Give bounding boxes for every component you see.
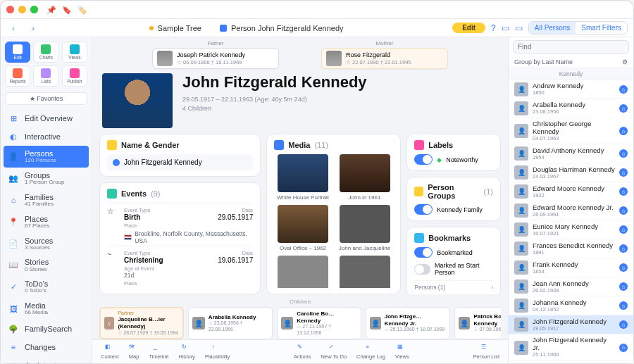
mode-lists[interactable]: Lists — [33, 65, 58, 87]
close-window[interactable] — [6, 6, 14, 13]
bottom-change-log[interactable]: ≡Change Log — [356, 344, 385, 360]
noteworthy-toggle[interactable] — [414, 154, 433, 165]
child-card[interactable]: 👤Patrick Bouvier Kennedy☆ 07.08.1963 † 0… — [454, 307, 501, 339]
hero-photo[interactable] — [102, 73, 173, 128]
mother-card[interactable]: Rose Fitzgerald ☆ 22.07.1890 † 22.01.199… — [321, 48, 448, 69]
help-icon[interactable]: ? — [491, 23, 496, 33]
person-list-item[interactable]: 👤Christopher George Kennedy04.07.1963⌂ — [509, 118, 633, 144]
bottom-actions[interactable]: ✎Actions — [294, 344, 311, 360]
person-list-item[interactable]: 👤Eunice Mary Kennedy10.07.1921⌂ — [509, 220, 633, 239]
pin-icon[interactable]: 📌 — [46, 6, 55, 14]
person-list-item[interactable]: 👤Johanna Kennedy04.12.1852⌂ — [509, 296, 633, 315]
sidebar-item-media[interactable]: 🖼Media66 Media — [1, 298, 92, 320]
event-row[interactable]: ~Event TypeChristeningDate19.06.1917Age … — [107, 246, 253, 288]
bottom-history[interactable]: ↻History — [179, 344, 195, 360]
bottom-context[interactable]: ◧Context — [101, 344, 119, 360]
find-input[interactable] — [513, 40, 629, 54]
tag-icon[interactable]: 🏷️ — [77, 6, 86, 14]
sidebar-item-edit-overview[interactable]: ⊞Edit Overview — [1, 109, 92, 127]
sidebar-item-sources[interactable]: 📄Sources3 Sources — [1, 233, 92, 255]
gear-icon[interactable]: ⚙ — [622, 58, 628, 65]
child-card[interactable]: 👤Arabella Kennedy☆ 23.08.1956 † 23.08.19… — [188, 307, 273, 339]
media-item[interactable] — [336, 256, 394, 288]
media-icon — [274, 140, 284, 150]
panel-right-icon[interactable]: ▭ — [515, 23, 523, 33]
chevron-right-icon[interactable]: › — [491, 284, 493, 291]
person-list-item[interactable]: 👤Frances Benedict Kennedy1891⌂ — [509, 239, 633, 258]
labels-card: Labels ◆ Noteworthy — [406, 134, 501, 171]
personlist-button[interactable]: ☰Person List — [473, 344, 499, 360]
person-icon — [220, 25, 227, 32]
sidebar-item-places[interactable]: 📍Places67 Places — [1, 211, 92, 233]
sidebar-item-stories[interactable]: 📖Stories0 Stories — [1, 254, 92, 276]
person-list-item[interactable]: 👤David Anthony Kennedy1954⌂ — [509, 144, 633, 163]
father-dates: ☆ 06.09.1888 † 18.11.1969 — [177, 59, 245, 65]
child-card[interactable]: 👤John Fitzge… Kennedy Jr.☆ 25.11.1960 † … — [366, 307, 450, 339]
seg-all-persons[interactable]: All Persons — [529, 22, 576, 34]
seg-smart-filters[interactable]: Smart Filters — [576, 22, 627, 34]
zoom-window[interactable] — [30, 6, 38, 13]
sidebar-item-groups[interactable]: 👥Groups1 Person Group — [1, 168, 92, 189]
father-photo — [157, 51, 173, 66]
sidebar-item-persons[interactable]: 👤Persons120 Persons — [4, 146, 89, 168]
mode-views[interactable]: Views — [62, 42, 87, 63]
bottom-plausibility[interactable]: !Plausibility — [205, 344, 230, 360]
person-list-item[interactable]: 👤Frank Kennedy1854⌂ — [509, 258, 633, 277]
person-dates: 29.05.1917 – 22.11.1963 (Age: 46y 5m 24d… — [182, 95, 367, 104]
group-toggle[interactable] — [414, 204, 433, 215]
bookmark-icon[interactable]: 🔖 — [62, 6, 70, 14]
sidebar-item-assistant[interactable]: ✦Assistant — [1, 356, 92, 363]
events-card: Events (9) ☆Event TypeBirthDate29.05.191… — [99, 182, 261, 294]
sidebar-item-families[interactable]: ⌂Families41 Families — [1, 189, 92, 211]
person-list-item[interactable]: 👤John Fitzgerald Kennedy Jr.25.11.1960⌂ — [509, 334, 633, 360]
mode-charts[interactable]: Charts — [33, 42, 58, 63]
sidebar-item-changes[interactable]: ≡Changes — [1, 338, 92, 356]
bottom-map[interactable]: 🗺Map — [129, 344, 139, 360]
sidebar-item-interactive[interactable]: ◐Interactive — [1, 127, 92, 146]
group-header: Kennedy — [509, 68, 633, 80]
edit-mode-pill[interactable]: Edit — [452, 23, 485, 33]
bookmarked-toggle[interactable] — [414, 247, 433, 258]
person-list-item[interactable]: 👤Arabella Kennedy23.08.1956⌂ — [509, 99, 633, 118]
mode-publish[interactable]: Publish — [62, 65, 87, 87]
person-list-item[interactable]: 👤Andrew Kennedy1850⌂ — [509, 80, 633, 99]
bottom-views[interactable]: ▦Views — [395, 344, 409, 360]
gender-male-icon — [113, 159, 120, 166]
tree-name[interactable]: Sample Tree — [158, 24, 201, 32]
list-filter-segment[interactable]: All Persons Smart Filters — [528, 21, 628, 34]
child-card[interactable]: 👤Caroline Bo… Kennedy☆ 27.11.1957 † 13.1… — [277, 307, 361, 339]
person-list-item[interactable]: 👤Edward Moore Kennedy Jr.26.09.1961⌂ — [509, 201, 633, 220]
person-children-count: 4 Children — [182, 104, 367, 113]
name-field[interactable]: John Fitzgerald Kennedy — [107, 154, 253, 170]
startperson-toggle[interactable] — [414, 264, 430, 275]
breadcrumb[interactable]: Person John Fitzgerald Kennedy — [231, 24, 344, 32]
media-item[interactable]: John in 1961 — [336, 154, 394, 201]
bottom-new-to-do[interactable]: ✓New To Do — [321, 344, 347, 360]
media-item[interactable]: Oval Office – 1962 — [274, 205, 332, 251]
minimize-window[interactable] — [18, 6, 26, 13]
spouse-card[interactable]: ♀PartnerJacqueline B…ier (Kennedy)☆ 28.0… — [99, 307, 184, 339]
mode-reports[interactable]: Reports — [5, 65, 30, 87]
person-list-item[interactable]: 👤Edward Moore Kennedy1932⌂ — [509, 182, 633, 201]
window-titlebar: 📌 🔖 🏷️ — [1, 1, 633, 19]
mode-edit[interactable]: Edit — [5, 42, 30, 63]
right-person-panel: Group by Last Name ⚙ Kennedy 👤Andrew Ken… — [508, 37, 633, 363]
nav-forward[interactable]: › — [26, 21, 40, 35]
nav-back[interactable]: ‹ — [6, 21, 20, 35]
panel-left-icon[interactable]: ▭ — [502, 23, 509, 33]
media-item[interactable]: White House Portrait — [274, 154, 332, 201]
media-item[interactable] — [274, 256, 332, 288]
children-label: Children — [99, 299, 501, 305]
media-item[interactable]: John and Jacqueline — [336, 205, 394, 251]
father-card[interactable]: Joseph Patrick Kennedy ☆ 06.09.1888 † 18… — [152, 48, 279, 69]
person-list-item[interactable]: 👤John Fitzgerald Kennedy29.05.1917⌂ — [509, 315, 633, 334]
sidebar-item-familysearch[interactable]: 🌳FamilySearch — [1, 320, 92, 338]
event-row[interactable]: ☆Event TypeBirthDate29.05.1917PlaceBrook… — [107, 203, 253, 246]
person-list-item[interactable]: 👤Douglas Harriman Kennedy24.03.1967⌂ — [509, 163, 633, 182]
favorites-button[interactable]: ★ Favorites — [5, 92, 87, 105]
groupby-selector[interactable]: Group by Last Name ⚙ — [509, 56, 633, 68]
person-list-item[interactable]: 👤John Kennedy1715⌂ — [509, 361, 633, 363]
sidebar-item-todo-s[interactable]: ✓ToDo's0 ToDo's — [1, 276, 92, 298]
person-list-item[interactable]: 👤Jean Ann Kennedy20.02.1928⌂ — [509, 277, 633, 296]
bottom-timeline[interactable]: ⎯Timeline — [149, 344, 168, 360]
